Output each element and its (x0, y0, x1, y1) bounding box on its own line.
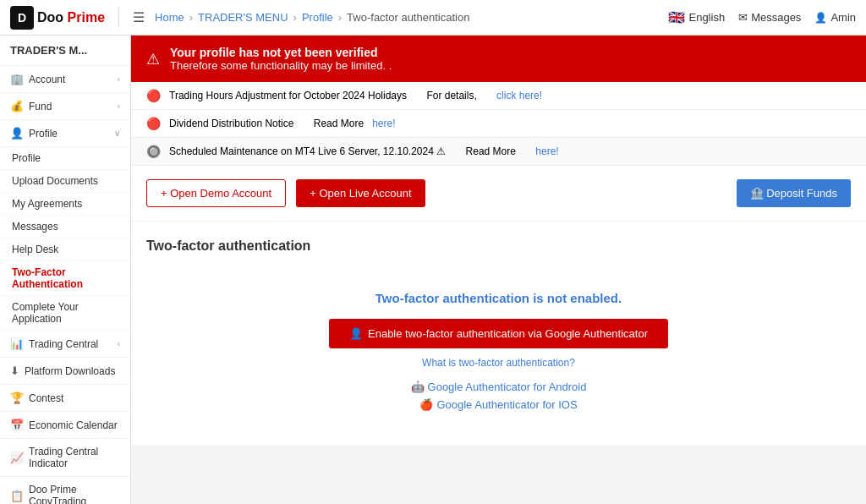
breadcrumb-traders-menu[interactable]: TRADER'S MENU (198, 11, 288, 24)
apple-icon (419, 398, 433, 411)
submenu-messages[interactable]: Messages (0, 216, 130, 238)
notif-icon-2: 🔴 (146, 117, 161, 130)
account-arrow: ‹ (118, 74, 120, 84)
envelope-icon (738, 11, 748, 24)
sidebar-item-platform-downloads[interactable]: ⬇ Platform Downloads (0, 358, 130, 385)
breadcrumb-profile[interactable]: Profile (302, 11, 333, 24)
tc-arrow: ‹ (118, 339, 120, 348)
tfa-disabled-text: Two-factor authentication is not enabled… (375, 291, 622, 305)
notif-link-3[interactable]: here! (535, 145, 558, 157)
enable-2fa-button[interactable]: 👤 Enable two-factor authentication via G… (329, 319, 668, 348)
trading-central-label: Trading Central (29, 338, 98, 350)
sidebar-item-trading-central[interactable]: 📊 Trading Central ‹ (0, 331, 130, 358)
sidebar: TRADER'S M... 🏢 Account ‹ 💰 Fund ‹ 👤 Pro… (0, 36, 131, 504)
sidebar-item-fund[interactable]: 💰 Fund ‹ (0, 93, 130, 120)
account-icon: 🏢 (10, 73, 24, 85)
user-shield-icon: 👤 (349, 327, 363, 340)
notif-link-2[interactable]: here! (372, 118, 395, 129)
language-button[interactable]: 🇬🇧 English (668, 9, 725, 25)
alert-text: Your profile has not yet been verified T… (170, 46, 392, 72)
indicator-icon: 📈 (10, 452, 24, 464)
sidebar-item-account[interactable]: 🏢 Account ‹ (0, 66, 130, 93)
nav-divider (118, 8, 119, 28)
logo-icon: D (10, 6, 34, 30)
sidebar-item-copytrading[interactable]: 📋 Doo Prime CopyTrading (0, 477, 130, 504)
user-name-label: Amin (830, 11, 856, 24)
breadcrumb-current: Two-factor authentication (347, 11, 469, 24)
hamburger-icon[interactable]: ☰ (133, 9, 145, 25)
user-button[interactable]: Amin (814, 11, 856, 24)
traders-menu-label: TRADER'S M... (10, 44, 87, 57)
submenu-complete-app[interactable]: Complete Your Application (0, 296, 130, 331)
traders-menu-header[interactable]: TRADER'S M... (0, 36, 130, 66)
android-link-label: Google Authenticator for Android (428, 381, 587, 393)
open-live-button[interactable]: + Open Live Account (296, 179, 425, 207)
submenu-upload-docs[interactable]: Upload Documents (0, 170, 130, 193)
messages-label: Messages (751, 11, 801, 24)
notif-suffix-3: Read More (466, 145, 516, 157)
navbar-right: 🇬🇧 English Messages Amin (668, 9, 856, 25)
calendar-icon: 📅 (10, 419, 24, 431)
alert-title: Your profile has not yet been verified (170, 46, 392, 59)
submenu-help-desk[interactable]: Help Desk (0, 238, 130, 261)
submenu-my-agreements[interactable]: My Agreements (0, 193, 130, 216)
breadcrumb-home[interactable]: Home (155, 11, 184, 24)
what-is-2fa-link[interactable]: What is two-factor authentication? (422, 357, 575, 369)
notif-text-1: Trading Hours Adjustment for October 202… (169, 90, 407, 101)
tfa-section: Two-factor authentication Two-factor aut… (131, 222, 866, 445)
navbar: D Doo Prime ☰ Home › TRADER'S MENU › Pro… (0, 0, 866, 36)
contest-label: Contest (29, 392, 63, 404)
tfa-page-title: Two-factor authentication (146, 238, 851, 254)
sidebar-item-economic-calendar[interactable]: 📅 Economic Calendar (0, 412, 130, 439)
alert-banner: ⚠ Your profile has not yet been verified… (131, 36, 866, 82)
account-label: Account (29, 74, 65, 85)
economic-calendar-label: Economic Calendar (29, 419, 118, 431)
notif-bar-1: 🔴 Trading Hours Adjustment for October 2… (131, 82, 866, 110)
sidebar-item-contest[interactable]: 🏆 Contest (0, 385, 130, 412)
notif-text-3: Scheduled Maintenance on MT4 Live 6 Serv… (169, 145, 446, 157)
sidebar-item-profile[interactable]: 👤 Profile ∨ (0, 120, 130, 147)
submenu-2fa[interactable]: Two-Factor Authentication (0, 261, 130, 296)
notif-suffix-1: For details, (426, 90, 476, 101)
logo-text: Doo Prime (37, 10, 105, 25)
enable-2fa-label: Enable two-factor authentication via Goo… (368, 327, 648, 340)
android-icon (411, 381, 425, 393)
copytrading-label: Doo Prime CopyTrading (29, 484, 120, 504)
sidebar-item-tc-indicator[interactable]: 📈 Trading Central Indicator (0, 439, 130, 477)
notif-prefix-link-2: Read More (314, 118, 364, 129)
profile-arrow: ∨ (114, 129, 120, 138)
breadcrumb: Home › TRADER'S MENU › Profile › Two-fac… (155, 11, 658, 24)
fund-icon: 💰 (10, 100, 24, 112)
ios-authenticator-link[interactable]: Google Authenticator for IOS (419, 398, 577, 411)
profile-label: Profile (29, 128, 58, 140)
fund-label: Fund (29, 101, 52, 112)
flag-icon: 🇬🇧 (668, 9, 685, 25)
submenu-profile[interactable]: Profile (0, 147, 130, 170)
android-authenticator-link[interactable]: Google Authenticator for Android (411, 381, 587, 393)
notif-bar-3: 🔘 Scheduled Maintenance on MT4 Live 6 Se… (131, 138, 866, 166)
tfa-center: Two-factor authentication is not enabled… (146, 274, 851, 428)
fund-arrow: ‹ (118, 101, 120, 111)
alert-icon: ⚠ (146, 50, 160, 68)
messages-button[interactable]: Messages (738, 11, 801, 24)
notif-text-2: Dividend Distribution Notice (169, 118, 293, 129)
alert-subtitle: Therefore some functionality may be limi… (170, 59, 392, 72)
user-icon (814, 11, 827, 24)
logo: D Doo Prime (10, 6, 105, 30)
notif-bar-2: 🔴 Dividend Distribution Notice Read More… (131, 110, 866, 138)
notif-link-1[interactable]: click here! (496, 90, 542, 101)
contest-icon: 🏆 (10, 392, 24, 404)
deposit-button[interactable]: 🏦 Deposit Funds (737, 179, 851, 207)
breadcrumb-sep-1: › (189, 11, 193, 24)
tfa-app-links: Google Authenticator for Android Google … (411, 381, 587, 411)
platform-icon: ⬇ (10, 364, 19, 377)
breadcrumb-sep-3: › (338, 11, 342, 24)
notif-icon-1: 🔴 (146, 89, 161, 102)
content-area: ⚠ Your profile has not yet been verified… (131, 36, 866, 504)
open-demo-button[interactable]: + Open Demo Account (146, 179, 286, 207)
breadcrumb-sep-2: › (293, 11, 297, 24)
action-buttons-row: + Open Demo Account + Open Live Account … (131, 166, 866, 222)
trading-central-icon: 📊 (10, 337, 24, 350)
ios-link-label: Google Authenticator for IOS (436, 398, 577, 411)
profile-icon: 👤 (10, 127, 24, 140)
